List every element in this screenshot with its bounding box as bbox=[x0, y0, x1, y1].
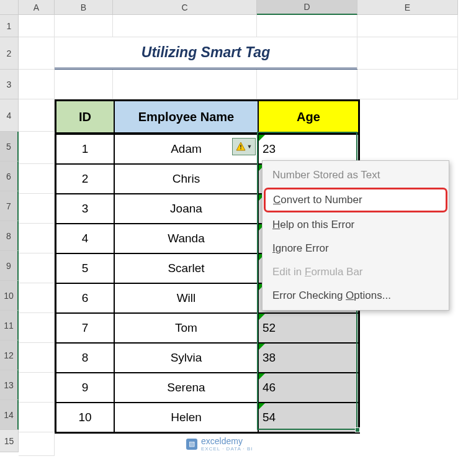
cell[interactable] bbox=[19, 253, 55, 283]
row-header-6[interactable]: 6 bbox=[0, 162, 19, 191]
row-1 bbox=[19, 15, 458, 37]
cell-id[interactable]: 9 bbox=[56, 373, 114, 403]
menu-error-checking-options[interactable]: Error Checking Options... bbox=[264, 284, 447, 308]
cell[interactable] bbox=[19, 403, 55, 432]
row-header-12[interactable]: 12 bbox=[0, 340, 19, 370]
spreadsheet: ABCDE 123456789101112131415 Utilizing Sm… bbox=[0, 0, 476, 474]
cell-id[interactable]: 7 bbox=[56, 313, 114, 343]
table-row: 10Helen54 bbox=[19, 403, 458, 434]
cell-name[interactable]: Helen bbox=[114, 403, 258, 432]
cell-age[interactable]: 46 bbox=[258, 373, 359, 403]
cell-id[interactable]: 4 bbox=[56, 224, 114, 253]
table-row: 8Sylvia38 bbox=[19, 343, 458, 373]
cell[interactable] bbox=[55, 70, 113, 99]
row-header-7[interactable]: 7 bbox=[0, 191, 19, 221]
cell-name[interactable]: Serena bbox=[114, 373, 258, 403]
cell-id[interactable]: 1 bbox=[56, 134, 114, 164]
cell-id[interactable]: 5 bbox=[56, 253, 114, 283]
fill-handle[interactable] bbox=[355, 427, 360, 432]
cell-name[interactable]: Scarlet bbox=[114, 253, 258, 283]
watermark-name: exceldemy bbox=[201, 436, 253, 446]
cell[interactable] bbox=[357, 15, 458, 37]
watermark-sub: EXCEL · DATA · BI bbox=[201, 446, 253, 452]
row-header-14[interactable]: 14 bbox=[0, 400, 19, 430]
cell[interactable] bbox=[19, 373, 55, 403]
cell-name[interactable]: Sylvia bbox=[114, 343, 258, 373]
table-row: 9Serena46 bbox=[19, 373, 458, 403]
cell-a2[interactable] bbox=[19, 37, 55, 70]
row-header-9[interactable]: 9 bbox=[0, 251, 19, 281]
watermark: ▧ exceldemy EXCEL · DATA · BI bbox=[186, 436, 253, 452]
cell-a4[interactable] bbox=[19, 99, 55, 132]
error-indicator-icon bbox=[259, 373, 265, 380]
menu-help-on-error[interactable]: Help on this Error bbox=[264, 213, 447, 237]
row-header-4[interactable]: 4 bbox=[0, 99, 19, 132]
menu-convert-to-number[interactable]: Convert to Number bbox=[264, 188, 447, 212]
row-header-10[interactable]: 10 bbox=[0, 281, 19, 311]
smart-tag-button[interactable]: ▼ bbox=[232, 138, 256, 155]
cell-id[interactable]: 8 bbox=[56, 343, 114, 373]
cell-id[interactable]: 10 bbox=[56, 403, 114, 432]
cell-age[interactable]: 54 bbox=[258, 403, 359, 432]
cell-name[interactable]: Chris bbox=[114, 164, 258, 194]
column-headers: ABCDE bbox=[0, 0, 458, 15]
warning-icon bbox=[236, 142, 246, 152]
cell-id[interactable]: 6 bbox=[56, 283, 114, 313]
cell[interactable] bbox=[19, 164, 55, 194]
cell-name[interactable]: Tom bbox=[114, 313, 258, 343]
col-header-B[interactable]: B bbox=[55, 0, 113, 15]
cell-age[interactable]: 38 bbox=[258, 343, 359, 373]
cell[interactable] bbox=[19, 134, 55, 164]
cell-id[interactable]: 2 bbox=[56, 164, 114, 194]
cell[interactable] bbox=[19, 70, 55, 99]
header-name[interactable]: Employee Name bbox=[114, 101, 258, 133]
row-header-8[interactable]: 8 bbox=[0, 221, 19, 251]
error-indicator-icon bbox=[259, 314, 265, 320]
cell[interactable] bbox=[113, 70, 257, 99]
title-cell[interactable]: Utilizing Smart Tag bbox=[55, 37, 357, 70]
cell[interactable] bbox=[19, 224, 55, 253]
cell-name[interactable]: Joana bbox=[114, 194, 258, 224]
row-header-13[interactable]: 13 bbox=[0, 370, 19, 400]
header-age[interactable]: Age bbox=[258, 101, 359, 133]
table-row: 7Tom52 bbox=[19, 313, 458, 343]
col-header-D[interactable]: D bbox=[257, 0, 357, 15]
cell[interactable] bbox=[19, 343, 55, 373]
error-indicator-icon bbox=[259, 135, 265, 141]
cell[interactable] bbox=[19, 194, 55, 224]
row-3 bbox=[19, 70, 458, 99]
cell-age[interactable]: 23 bbox=[258, 134, 359, 164]
cell-name[interactable]: Will bbox=[114, 283, 258, 313]
col-header-A[interactable]: A bbox=[19, 0, 55, 15]
cell[interactable] bbox=[55, 15, 113, 37]
cell-name[interactable]: Wanda bbox=[114, 224, 258, 253]
col-header-C[interactable]: C bbox=[113, 0, 257, 15]
watermark-logo-icon: ▧ bbox=[186, 439, 197, 450]
row-header-3[interactable]: 3 bbox=[0, 70, 19, 99]
header-id[interactable]: ID bbox=[56, 101, 114, 133]
age-value: 46 bbox=[263, 381, 276, 394]
cell[interactable] bbox=[19, 15, 55, 37]
cell-id[interactable]: 3 bbox=[56, 194, 114, 224]
row-header-1[interactable]: 1 bbox=[0, 15, 19, 37]
cell[interactable] bbox=[257, 15, 357, 37]
cell[interactable] bbox=[113, 15, 257, 37]
row-header-2[interactable]: 2 bbox=[0, 37, 19, 70]
menu-ignore-error[interactable]: Ignore Error bbox=[264, 237, 447, 260]
row-4-headers: ID Employee Name Age bbox=[19, 99, 458, 134]
cell[interactable] bbox=[19, 283, 55, 313]
row-header-15[interactable]: 15 bbox=[0, 430, 19, 452]
cell[interactable] bbox=[357, 70, 458, 99]
row-header-11[interactable]: 11 bbox=[0, 311, 19, 340]
cell-age[interactable]: 52 bbox=[258, 313, 359, 343]
cell[interactable] bbox=[19, 313, 55, 343]
cell-a15[interactable] bbox=[19, 434, 55, 456]
row-header-5[interactable]: 5 bbox=[0, 132, 19, 162]
smart-tag-menu: Number Stored as Text Convert to Number … bbox=[262, 160, 449, 311]
age-value: 23 bbox=[263, 142, 276, 156]
row-headers: 123456789101112131415 bbox=[0, 15, 19, 452]
col-header-E[interactable]: E bbox=[357, 0, 458, 15]
select-all-corner[interactable] bbox=[0, 0, 19, 15]
cell[interactable] bbox=[257, 70, 357, 99]
cell-e2[interactable] bbox=[357, 37, 458, 70]
